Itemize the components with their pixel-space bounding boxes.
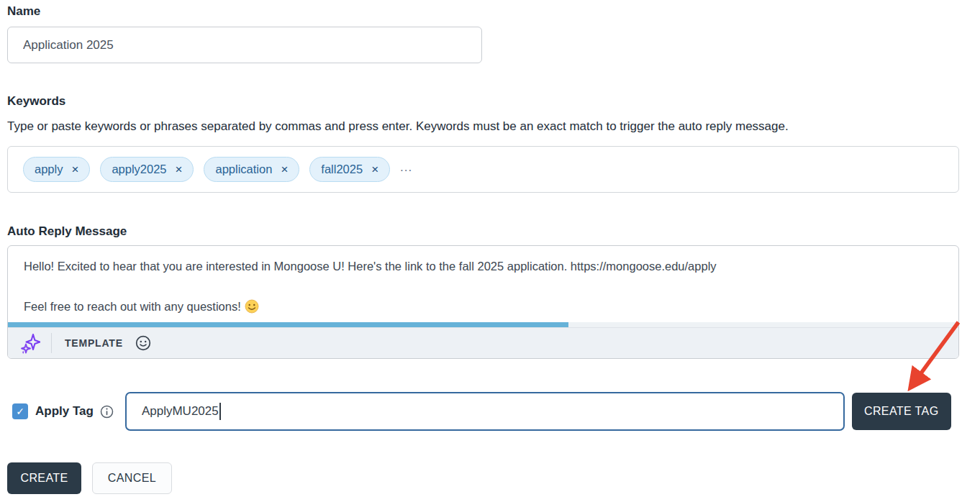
keywords-tag-input[interactable]: apply × apply2025 × application × fall20… [7,146,959,193]
info-icon[interactable] [100,405,114,419]
name-label: Name [7,4,980,19]
ai-sparkle-button[interactable] [18,332,42,355]
smiling-face-emoji [245,299,259,314]
message-line-1: Hello! Excited to hear that you are inte… [24,258,943,274]
keyword-tag: apply2025 × [100,157,194,182]
emoji-picker-icon [135,335,151,351]
more-tags-indicator: ... [400,160,412,179]
tag-name-value: ApplyMU2025 [142,404,219,419]
close-icon[interactable]: × [176,163,183,175]
form-actions: CREATE CANCEL [7,462,980,494]
template-button[interactable]: TEMPLATE [65,337,123,349]
auto-reply-form: Name Keywords Type or paste keywords or … [0,0,980,502]
character-count-progress-fill [8,322,568,327]
close-icon[interactable]: × [71,163,78,175]
keyword-tag: apply × [23,157,90,182]
cancel-button[interactable]: CANCEL [92,462,172,494]
auto-reply-label: Auto Reply Message [7,224,980,239]
create-tag-button[interactable]: CREATE TAG [852,393,951,430]
keywords-description: Type or paste keywords or phrases separa… [7,119,980,134]
message-line-2: Feel free to reach out with any question… [24,298,943,314]
ai-sparkle-icon [21,333,40,354]
tag-name-input[interactable]: ApplyMU2025 [125,392,845,431]
auto-reply-editor: Hello! Excited to hear that you are inte… [7,245,959,359]
apply-tag-label: Apply Tag [35,404,94,419]
keyword-tag-text: application [215,163,272,176]
apply-tag-checkbox[interactable]: ✓ [12,403,28,419]
create-button[interactable]: CREATE [7,462,81,494]
name-input[interactable] [7,27,482,63]
keyword-tag-text: apply [35,163,63,176]
keywords-label: Keywords [7,94,980,109]
toolbar-divider [51,333,52,353]
keyword-tag: application × [204,157,299,182]
emoji-picker-button[interactable] [135,335,151,351]
apply-tag-row: ✓ Apply Tag ApplyMU2025 CREATE TAG [7,392,980,431]
keyword-tag-text: apply2025 [112,163,166,176]
close-icon[interactable]: × [281,163,288,175]
close-icon[interactable]: × [371,163,378,175]
keyword-tag-text: fall2025 [321,163,363,176]
editor-toolbar: TEMPLATE [8,327,958,358]
message-textarea[interactable]: Hello! Excited to hear that you are inte… [8,246,958,322]
character-count-progress-track [8,322,958,327]
keyword-tag: fall2025 × [309,157,390,182]
text-caret [219,403,221,420]
